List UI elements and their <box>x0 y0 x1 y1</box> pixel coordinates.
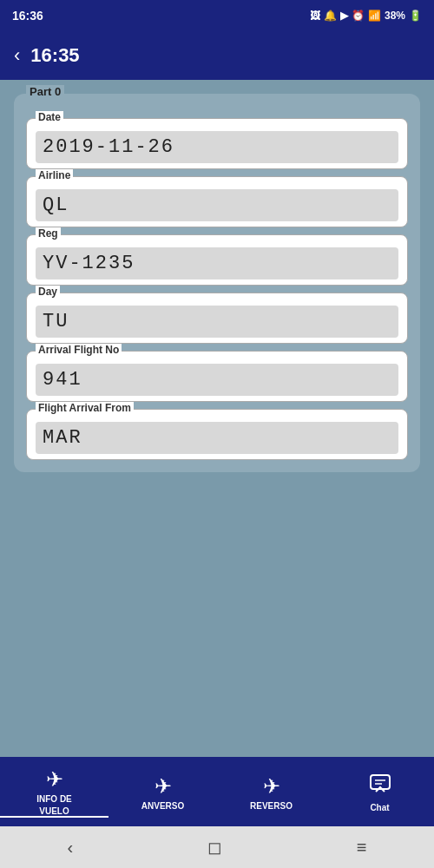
field-group-date[interactable]: Date 2019-11-26 <box>26 118 408 169</box>
field-label-reg: Reg <box>36 227 61 240</box>
field-value-arrival-flight-no: 941 <box>36 364 398 396</box>
nav-label-reverso: REVERSO <box>250 801 293 811</box>
field-group-reg[interactable]: Reg YV-1235 <box>26 234 408 286</box>
nav-item-chat[interactable]: Chat <box>326 773 434 812</box>
field-value-reg: YV-1235 <box>36 247 398 279</box>
status-battery-icon: 🔋 <box>409 10 422 22</box>
field-label-date: Date <box>36 111 63 123</box>
nav-label-chat: Chat <box>370 803 389 812</box>
status-bar: 16:36 🖼 🔔 ▶ ⏰ 📶 38% 🔋 <box>0 0 434 31</box>
bottom-nav: ✈ INFO DE VUELO ✈ ANVERSO ✈ REVERSO Chat <box>0 757 434 826</box>
nav-label-anverso: ANVERSO <box>141 801 184 811</box>
status-play-icon: ▶ <box>340 10 348 22</box>
status-alarm-icon: ⏰ <box>352 10 365 22</box>
nav-icon-info-de-vuelo: ✈ <box>46 767 63 792</box>
nav-label-info-de-vuelo-2: VUELO <box>39 806 69 816</box>
part-card: Part 0 Date 2019-11-26 Airline QL Reg YV… <box>14 94 420 472</box>
card-label: Part 0 <box>26 85 64 98</box>
top-bar-title: 16:35 <box>30 44 79 67</box>
nav-icon-reverso: ✈ <box>263 774 280 799</box>
field-label-airline: Airline <box>36 169 73 181</box>
field-label-arrival-flight-no: Arrival Flight No <box>36 344 122 356</box>
nav-item-info-de-vuelo[interactable]: ✈ INFO DE VUELO <box>0 767 108 818</box>
field-value-airline: QL <box>36 189 398 221</box>
field-label-flight-arrival-from: Flight Arrival From <box>36 402 134 414</box>
sys-menu-button[interactable]: ≡ <box>336 832 388 863</box>
field-group-flight-arrival-from[interactable]: Flight Arrival From MAR <box>26 409 408 460</box>
status-wifi-icon: 📶 <box>368 10 381 22</box>
field-group-arrival-flight-no[interactable]: Arrival Flight No 941 <box>26 351 408 402</box>
system-nav: ‹ ◻ ≡ <box>0 826 434 868</box>
status-battery: 38% <box>385 10 405 22</box>
field-value-day: TU <box>36 306 398 338</box>
status-media-icon: 🖼 <box>310 10 320 22</box>
nav-icon-anverso: ✈ <box>155 774 172 799</box>
field-value-date: 2019-11-26 <box>36 131 398 163</box>
back-button[interactable]: ‹ <box>14 44 20 67</box>
status-sound-icon: 🔔 <box>324 10 337 22</box>
status-icons: 🖼 🔔 ▶ ⏰ 📶 38% 🔋 <box>310 10 422 22</box>
nav-icon-chat <box>369 773 391 800</box>
main-content: Part 0 Date 2019-11-26 Airline QL Reg YV… <box>0 80 434 757</box>
sys-home-button[interactable]: ◻ <box>187 832 243 863</box>
top-bar: ‹ 16:35 <box>0 31 434 80</box>
nav-item-anverso[interactable]: ✈ ANVERSO <box>108 774 217 811</box>
field-label-day: Day <box>36 286 60 298</box>
nav-label-info-de-vuelo: INFO DE <box>36 794 72 804</box>
sys-back-button[interactable]: ‹ <box>46 832 94 863</box>
field-value-flight-arrival-from: MAR <box>36 422 398 454</box>
field-group-airline[interactable]: Airline QL <box>26 176 408 227</box>
status-time: 16:36 <box>12 9 43 23</box>
nav-item-reverso[interactable]: ✈ REVERSO <box>217 774 326 811</box>
field-group-day[interactable]: Day TU <box>26 293 408 344</box>
